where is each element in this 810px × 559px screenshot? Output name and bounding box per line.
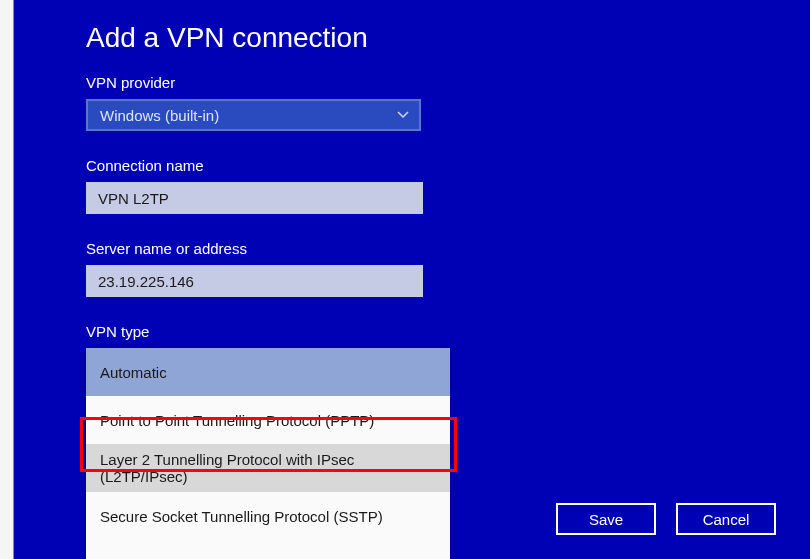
action-buttons: Save Cancel <box>556 503 776 535</box>
vpn-type-option-automatic[interactable]: Automatic <box>86 348 450 396</box>
vpn-type-dropdown[interactable]: Automatic Point to Point Tunnelling Prot… <box>86 348 450 559</box>
server-address-group: Server name or address <box>86 240 786 297</box>
vpn-type-option-sstp[interactable]: Secure Socket Tunnelling Protocol (SSTP) <box>86 492 450 540</box>
connection-name-group: Connection name <box>86 157 786 214</box>
left-edge-panel <box>0 0 14 559</box>
server-address-input[interactable] <box>86 265 423 297</box>
vpn-type-option-pptp[interactable]: Point to Point Tunnelling Protocol (PPTP… <box>86 396 450 444</box>
connection-name-input[interactable] <box>86 182 423 214</box>
server-address-label: Server name or address <box>86 240 786 257</box>
page-title: Add a VPN connection <box>86 22 786 54</box>
chevron-down-icon <box>393 105 413 125</box>
vpn-provider-value: Windows (built-in) <box>100 107 219 124</box>
vpn-provider-group: VPN provider Windows (built-in) <box>86 74 786 131</box>
vpn-provider-select[interactable]: Windows (built-in) <box>86 99 421 131</box>
vpn-provider-label: VPN provider <box>86 74 786 91</box>
save-button[interactable]: Save <box>556 503 656 535</box>
connection-name-label: Connection name <box>86 157 786 174</box>
vpn-type-option-ikev2[interactable]: IKEv2 <box>86 540 450 559</box>
cancel-button[interactable]: Cancel <box>676 503 776 535</box>
vpn-type-label: VPN type <box>86 323 786 340</box>
vpn-type-option-l2tp[interactable]: Layer 2 Tunnelling Protocol with IPsec (… <box>86 444 450 492</box>
